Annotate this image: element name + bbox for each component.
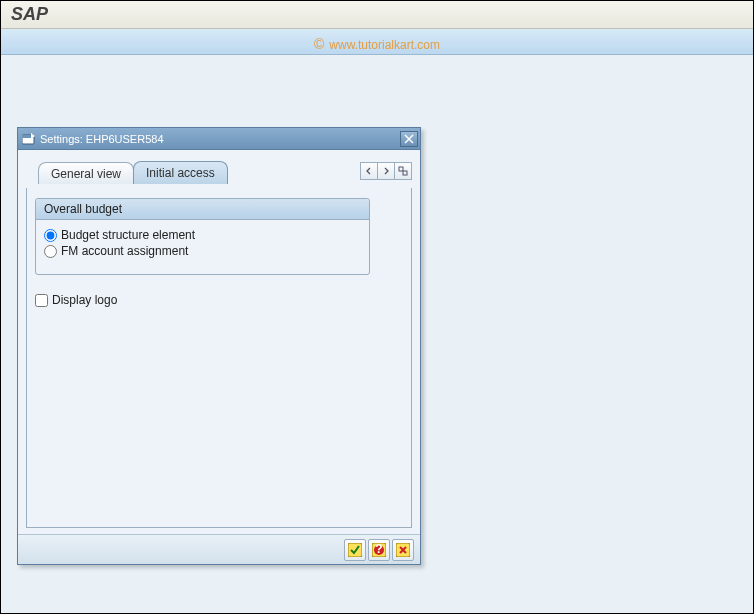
tab-label: General view <box>51 167 121 181</box>
cancel-button[interactable] <box>392 539 414 561</box>
svg-rect-2 <box>399 167 403 171</box>
tab-label: Initial access <box>146 166 215 180</box>
svg-rect-3 <box>403 171 407 175</box>
tab-scroll-right-button[interactable] <box>377 162 395 180</box>
checkbox-input-display-logo[interactable] <box>35 294 48 307</box>
dialog-body: General view Initial access <box>18 150 420 534</box>
radio-input-fm[interactable] <box>44 245 57 258</box>
radio-budget-structure-element[interactable]: Budget structure element <box>44 228 361 242</box>
client-area: Settings: EHP6USER584 General view Initi… <box>1 55 753 613</box>
tabstrip: General view Initial access <box>26 160 412 184</box>
display-logo-checkbox[interactable]: Display logo <box>35 293 403 307</box>
ok-button[interactable] <box>344 539 366 561</box>
tab-nav <box>361 162 412 180</box>
radio-label: Budget structure element <box>61 228 195 242</box>
tab-initial-access[interactable]: Initial access <box>133 161 228 184</box>
svg-text:?: ? <box>375 543 382 556</box>
overall-budget-group: Overall budget Budget structure element … <box>35 198 370 275</box>
close-icon <box>404 134 414 144</box>
close-button[interactable] <box>400 131 418 147</box>
chevron-right-icon <box>382 167 390 175</box>
settings-dialog: Settings: EHP6USER584 General view Initi… <box>17 127 421 565</box>
tab-list-icon <box>398 166 408 176</box>
tab-scroll-left-button[interactable] <box>360 162 378 180</box>
main-toolbar <box>1 29 753 55</box>
dialog-footer: ? <box>18 534 420 564</box>
info-button[interactable]: ? <box>368 539 390 561</box>
app-titlebar: SAP <box>1 1 753 29</box>
dialog-icon <box>22 133 36 145</box>
cancel-icon <box>396 543 410 557</box>
dialog-title: Settings: EHP6USER584 <box>40 133 164 145</box>
radio-input-bse[interactable] <box>44 229 57 242</box>
check-icon <box>348 543 362 557</box>
chevron-left-icon <box>365 167 373 175</box>
radio-label: FM account assignment <box>61 244 188 258</box>
radio-fm-account-assignment[interactable]: FM account assignment <box>44 244 361 258</box>
tab-content: Overall budget Budget structure element … <box>26 188 412 528</box>
groupbox-title: Overall budget <box>36 199 369 220</box>
app-title: SAP <box>11 4 48 25</box>
tab-general-view[interactable]: General view <box>38 162 134 184</box>
tab-list-button[interactable] <box>394 162 412 180</box>
question-icon: ? <box>372 543 386 557</box>
dialog-titlebar[interactable]: Settings: EHP6USER584 <box>18 128 420 150</box>
checkbox-label: Display logo <box>52 293 117 307</box>
